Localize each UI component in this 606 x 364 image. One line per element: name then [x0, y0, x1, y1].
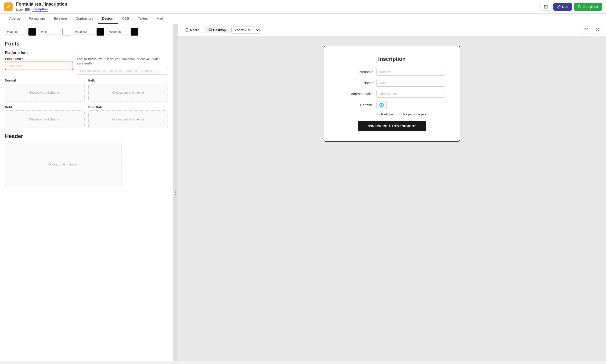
external-link-button[interactable] — [582, 26, 591, 34]
color-item-1 — [5, 28, 36, 36]
preview-toolbar: Mobile Desktop Zoom: 75% Zoom: 50% Zoom:… — [178, 24, 606, 36]
form-field-nom: Nom * — [339, 79, 445, 87]
form-label-phone: Portable — [339, 103, 373, 107]
phone-flag[interactable]: 🌐 — [377, 101, 386, 109]
platform-font-title: Platform font — [5, 50, 168, 54]
color-input-1[interactable] — [5, 29, 27, 35]
color-item-4 — [107, 28, 138, 36]
form-label-nom: Nom * — [339, 81, 373, 85]
header-image-dropzone[interactable]: Glissez une image ici — [5, 143, 122, 186]
right-panel: Mobile Desktop Zoom: 75% Zoom: 50% Zoom:… — [178, 24, 606, 361]
font-bold-dropzone[interactable]: Glissez votre fichier ici — [5, 110, 84, 128]
color-item-3 — [73, 28, 104, 36]
link-button[interactable]: Lien — [553, 3, 572, 11]
color-input-2[interactable] — [39, 29, 61, 35]
breadcrumb-badge: 1 — [25, 8, 29, 11]
color-row — [5, 28, 168, 36]
svg-line-6 — [586, 28, 588, 30]
font-variant-bold: Bold Glissez votre fichier ici — [5, 105, 84, 128]
save-button-label: Enregistrer — [583, 5, 598, 9]
breadcrumb-list-link[interactable]: Liste — [16, 8, 23, 12]
submit-btn-wrapper: S'INSCRIRE À L'ÉVÉNEMENT — [339, 121, 445, 131]
svg-rect-1 — [186, 28, 188, 31]
submit-button[interactable]: S'INSCRIRE À L'ÉVÉNEMENT — [358, 121, 426, 131]
font-variant-bold-italic-label: Bold Italic — [88, 105, 168, 109]
main-layout: Fonts Platform font Font name * Font fal… — [0, 24, 606, 361]
tabbar: Aperçu Formulaire Billeterie Contraintes… — [0, 14, 606, 24]
tab-billeterie[interactable]: Billeterie — [49, 14, 71, 24]
color-swatch-1[interactable] — [28, 28, 36, 36]
breadcrumb-nav: Liste 1 Inscription — [16, 7, 540, 12]
radio-label-2: Ne participe pas — [403, 112, 426, 116]
desktop-label: Desktop — [213, 28, 226, 32]
tab-mail[interactable]: Mail — [152, 14, 167, 24]
radio-group: Participe Ne participe pas — [376, 112, 445, 116]
color-swatch-2[interactable] — [62, 28, 70, 36]
form-input-phone[interactable] — [386, 101, 445, 109]
header-section-title: Header — [5, 133, 168, 139]
refresh-button[interactable] — [593, 26, 602, 34]
tab-apercu[interactable]: Aperçu — [5, 14, 24, 24]
divider-handle — [175, 191, 176, 195]
radio-participe[interactable]: Participe — [376, 112, 394, 116]
mobile-label: Mobile — [190, 28, 199, 32]
color-item-2 — [39, 28, 70, 36]
app-icon — [4, 2, 13, 11]
form-field-radio: Participe Ne participe pas — [339, 112, 445, 116]
tab-design[interactable]: Design — [98, 14, 118, 24]
tab-formulaire[interactable]: Formulaire — [24, 14, 49, 24]
topbar: Formulaires / Inscription Liste 1 Inscri… — [0, 0, 606, 14]
radio-circle-1 — [376, 113, 380, 116]
zoom-select[interactable]: Zoom: 75% Zoom: 50% Zoom: 100% — [231, 26, 260, 34]
form-field-phone: Portable 🌐 — [339, 101, 445, 109]
radio-ne-participe-pas[interactable]: Ne participe pas — [399, 112, 426, 116]
form-label-email: Adresse mail * — [339, 92, 373, 96]
font-fallback-desc: Font fallbacks (ex : "Helvetica", "Tahom… — [77, 57, 168, 66]
font-name-input[interactable] — [5, 62, 73, 70]
form-field-email: Adresse mail * — [339, 90, 445, 98]
desktop-button[interactable]: Desktop — [205, 27, 229, 33]
form-input-email[interactable] — [376, 90, 445, 98]
color-swatch-4[interactable] — [131, 28, 138, 36]
color-input-4[interactable] — [107, 29, 129, 35]
breadcrumb-current: Inscription — [32, 7, 48, 12]
share-button[interactable] — [540, 3, 551, 11]
font-bold-italic-dropzone[interactable]: Glissez votre fichier ici — [88, 110, 168, 128]
radio-circle-2 — [399, 113, 402, 116]
breadcrumb-title: Formulaires / Inscription — [16, 2, 540, 7]
font-variant-italic-label: Italic — [88, 78, 168, 82]
font-normal-dropzone[interactable]: Glissez votre fichier ici — [5, 84, 84, 102]
font-variant-italic: Italic Glissez votre fichier ici — [88, 78, 168, 102]
fonts-section-title: Fonts — [5, 41, 168, 47]
font-fallback-input[interactable] — [77, 67, 168, 75]
tab-textes[interactable]: Textes — [134, 14, 152, 24]
form-input-nom[interactable] — [376, 79, 445, 87]
link-button-label: Lien — [562, 5, 568, 9]
font-name-group: Font name * — [5, 57, 73, 75]
panel-divider[interactable] — [173, 24, 178, 361]
form-label-prenom: Prénom * — [339, 70, 373, 74]
font-name-required: * — [22, 57, 23, 61]
form-input-prenom[interactable] — [376, 68, 445, 76]
breadcrumb-area: Formulaires / Inscription Liste 1 Inscri… — [16, 2, 540, 12]
preview-toolbar-right — [582, 26, 602, 34]
font-variant-grid: Normal Glissez votre fichier ici Italic … — [5, 78, 168, 128]
form-field-prenom: Prénom * — [339, 68, 445, 76]
form-preview-title: Inscription — [339, 56, 445, 62]
radio-label-1: Participe — [381, 112, 394, 116]
font-name-label: Font name * — [5, 57, 73, 61]
color-input-3[interactable] — [73, 29, 95, 35]
font-fallback-group: Font fallbacks (ex : "Helvetica", "Tahom… — [77, 57, 168, 75]
tab-css[interactable]: CSS — [118, 14, 134, 24]
font-variant-bold-italic: Bold Italic Glissez votre fichier ici — [88, 105, 168, 128]
mobile-button[interactable]: Mobile — [182, 27, 203, 33]
color-swatch-3[interactable] — [96, 28, 104, 36]
phone-wrapper: 🌐 — [376, 101, 445, 109]
font-name-row: Font name * Font fallbacks (ex : "Helvet… — [5, 57, 168, 75]
font-variant-bold-label: Bold — [5, 105, 84, 109]
tab-contraintes[interactable]: Contraintes — [71, 14, 98, 24]
font-italic-dropzone[interactable]: Glissez votre fichier ici — [88, 84, 168, 102]
form-preview: Inscription Prénom * Nom * Adresse mail … — [324, 46, 460, 142]
font-variant-normal: Normal Glissez votre fichier ici — [5, 78, 84, 102]
save-button[interactable]: Enregistrer — [574, 3, 602, 11]
